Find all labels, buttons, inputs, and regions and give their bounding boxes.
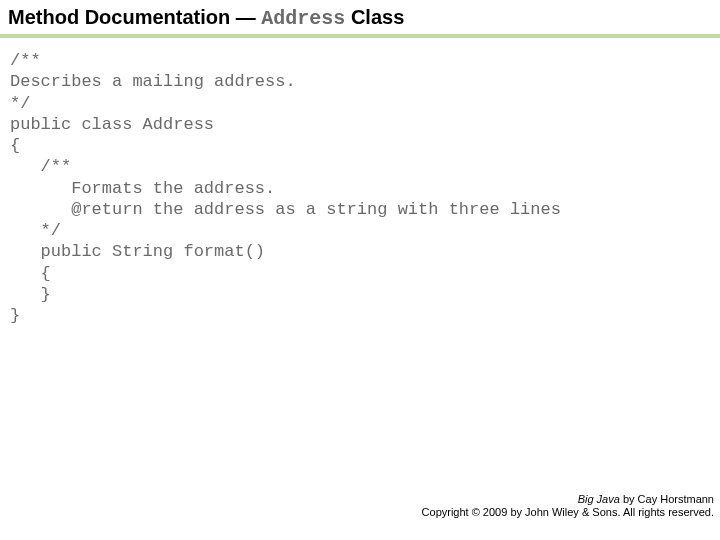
title-classname: Address bbox=[261, 7, 345, 30]
footer: Big Java by Cay Horstmann Copyright © 20… bbox=[422, 493, 714, 521]
footer-line1: Big Java by Cay Horstmann bbox=[422, 493, 714, 507]
title-suffix: Class bbox=[345, 6, 404, 28]
footer-bookname: Big Java bbox=[578, 493, 620, 505]
title-prefix: Method Documentation — bbox=[8, 6, 261, 28]
footer-copyright: Copyright © 2009 by John Wiley & Sons. A… bbox=[422, 506, 714, 520]
footer-byline: by Cay Horstmann bbox=[620, 493, 714, 505]
slide-title: Method Documentation — Address Class bbox=[0, 0, 720, 38]
code-block: /** Describes a mailing address. */ publ… bbox=[0, 38, 720, 326]
